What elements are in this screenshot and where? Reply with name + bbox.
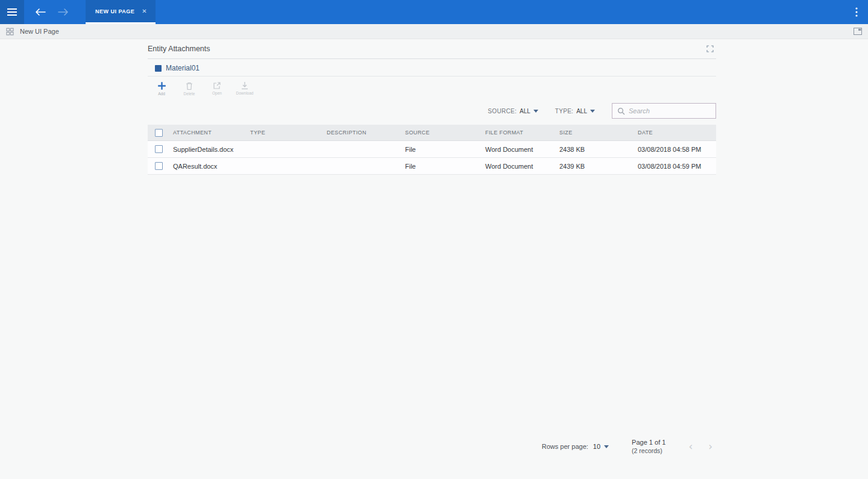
download-attachment-button[interactable]: Download: [236, 81, 254, 96]
open-label: Open: [212, 91, 222, 95]
type-filter-value: ALL: [576, 108, 587, 114]
cell-size: 2439 KB: [556, 163, 634, 170]
column-header-size[interactable]: SIZE: [556, 130, 634, 136]
cell-attachment: QAResult.docx: [169, 163, 247, 170]
delete-label: Delete: [184, 92, 195, 96]
pager-arrows: ‹ ›: [688, 442, 716, 452]
tab-new-ui-page[interactable]: NEW UI PAGE ✕: [86, 0, 156, 24]
hamburger-menu-icon[interactable]: [0, 0, 24, 24]
entity-attachments-panel: Entity Attachments Material01 Add Delete…: [148, 39, 716, 175]
breadcrumb-label: New UI Page: [20, 28, 59, 35]
chevron-down-icon: [604, 445, 609, 448]
cell-attachment: SupplierDetails.docx: [169, 146, 247, 153]
delete-attachment-button[interactable]: Delete: [180, 81, 198, 96]
entity-row: Material01: [148, 60, 716, 77]
source-filter-dropdown[interactable]: SOURCE: ALL: [488, 108, 538, 114]
select-all-checkbox[interactable]: [155, 129, 163, 137]
rows-per-page-value: 10: [593, 443, 600, 450]
type-filter-label: TYPE:: [555, 108, 573, 114]
entity-icon: [155, 65, 162, 72]
previous-page-icon[interactable]: ‹: [688, 442, 693, 452]
entity-name: Material01: [166, 64, 200, 72]
panel-title-row: Entity Attachments: [148, 39, 716, 59]
row-checkbox[interactable]: [155, 162, 163, 170]
grid-icon[interactable]: [6, 28, 14, 36]
tab-label: NEW UI PAGE: [95, 8, 134, 14]
column-header-source[interactable]: SOURCE: [401, 130, 482, 136]
panel-layout-icon[interactable]: [854, 28, 862, 35]
trash-icon: [185, 81, 193, 90]
column-header-description[interactable]: DESCRIPTION: [323, 130, 401, 136]
page-info: Page 1 of 1 (2 records): [632, 439, 665, 454]
attachments-table: ATTACHMENT TYPE DESCRIPTION SOURCE FILE …: [148, 125, 716, 175]
search-icon: [617, 107, 625, 115]
panel-title: Entity Attachments: [148, 45, 210, 53]
cell-source: File: [401, 163, 482, 170]
pagination-bar: Rows per page: 10 Page 1 of 1 (2 records…: [148, 439, 716, 454]
rows-per-page: Rows per page: 10: [542, 443, 609, 450]
table-row[interactable]: SupplierDetails.docx File Word Document …: [148, 141, 716, 158]
page-count-text: Page 1 of 1: [632, 439, 665, 446]
cell-size: 2438 KB: [556, 146, 634, 153]
column-header-date[interactable]: DATE: [634, 130, 716, 136]
top-bar: NEW UI PAGE ✕: [0, 0, 868, 24]
cell-file-format: Word Document: [482, 146, 556, 153]
type-filter-dropdown[interactable]: TYPE: ALL: [555, 108, 595, 114]
search-box: [612, 103, 716, 119]
breadcrumb-bar: New UI Page: [0, 24, 868, 39]
add-attachment-button[interactable]: Add: [153, 81, 171, 96]
add-label: Add: [158, 92, 165, 96]
rows-per-page-label: Rows per page:: [542, 443, 588, 450]
expand-icon[interactable]: [706, 45, 716, 52]
attachments-toolbar: Add Delete Open Download: [148, 77, 716, 98]
source-filter-value: ALL: [520, 108, 530, 114]
source-filter-label: SOURCE:: [488, 108, 517, 114]
open-external-icon: [213, 81, 221, 90]
overflow-menu-icon[interactable]: [845, 0, 868, 24]
column-header-type[interactable]: TYPE: [247, 130, 323, 136]
record-count-text: (2 records): [632, 447, 665, 454]
download-label: Download: [236, 91, 254, 95]
tab-close-icon[interactable]: ✕: [142, 8, 146, 14]
table-row[interactable]: QAResult.docx File Word Document 2439 KB…: [148, 158, 716, 175]
chevron-down-icon: [590, 110, 595, 113]
download-icon: [241, 81, 249, 90]
open-attachment-button[interactable]: Open: [208, 81, 226, 96]
cell-date: 03/08/2018 04:59 PM: [634, 163, 716, 170]
search-input[interactable]: [629, 107, 711, 114]
row-checkbox[interactable]: [155, 145, 163, 153]
next-page-icon[interactable]: ›: [708, 442, 712, 452]
cell-source: File: [401, 146, 482, 153]
filter-row: SOURCE: ALL TYPE: ALL: [148, 98, 716, 125]
table-header-row: ATTACHMENT TYPE DESCRIPTION SOURCE FILE …: [148, 125, 716, 141]
chevron-down-icon: [533, 110, 538, 113]
cell-date: 03/08/2018 04:58 PM: [634, 146, 716, 153]
column-header-attachment[interactable]: ATTACHMENT: [169, 130, 247, 136]
column-header-file-format[interactable]: FILE FORMAT: [482, 130, 556, 136]
forward-icon[interactable]: [54, 0, 72, 24]
back-icon[interactable]: [31, 0, 49, 24]
plus-icon: [157, 81, 166, 90]
cell-file-format: Word Document: [482, 163, 556, 170]
rows-per-page-dropdown[interactable]: 10: [593, 443, 609, 450]
